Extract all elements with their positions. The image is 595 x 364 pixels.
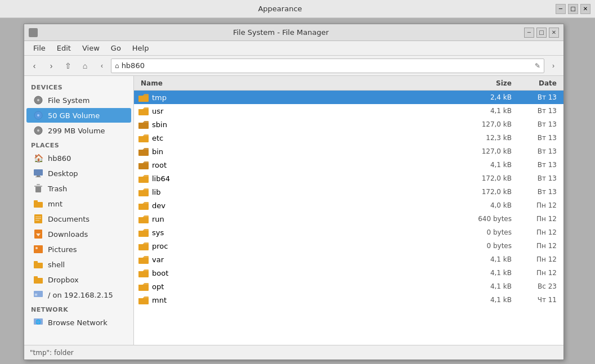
- folder-icon: [138, 147, 149, 156]
- sidebar-mnt-label: mnt: [48, 200, 62, 208]
- sidebar-downloads-label: Downloads: [48, 230, 88, 239]
- folder-icon: [138, 93, 149, 102]
- pictures-icon: [33, 244, 43, 254]
- forward-button[interactable]: ›: [43, 58, 59, 74]
- folder-icon: [138, 161, 149, 169]
- folder-icon: [138, 255, 149, 264]
- table-row[interactable]: usr 4,1 kB Вт 13: [134, 104, 563, 118]
- app-icon: [29, 28, 38, 37]
- sidebar-item-pictures[interactable]: Pictures: [26, 242, 131, 257]
- top-bar-maximize[interactable]: □: [568, 4, 578, 14]
- folder-icon: [138, 174, 149, 183]
- menu-help[interactable]: Help: [128, 43, 154, 53]
- window-minimize-btn[interactable]: −: [524, 28, 534, 38]
- menu-view[interactable]: View: [78, 43, 104, 53]
- table-row[interactable]: lib 172,0 kB Вт 13: [134, 185, 563, 199]
- next-location-button[interactable]: ›: [545, 58, 561, 74]
- sidebar-item-dropbox[interactable]: Dropbox: [26, 272, 131, 287]
- file-size: 4,1 kB: [460, 296, 516, 304]
- sidebar-50gb-label: 50 GB Volume: [48, 111, 100, 120]
- file-date: Вт 13: [516, 107, 561, 115]
- column-name[interactable]: Name: [136, 79, 460, 87]
- file-date: Вт 13: [516, 93, 561, 101]
- file-name: proc: [136, 242, 460, 250]
- downloads-icon: [33, 229, 43, 239]
- sidebar-item-299mb[interactable]: 299 MB Volume: [26, 123, 131, 138]
- hb860-icon: 🏠: [33, 153, 43, 163]
- prev-location-button[interactable]: ‹: [94, 58, 110, 74]
- column-date[interactable]: Date: [516, 79, 561, 87]
- table-row[interactable]: sbin 127,0 kB Вт 13: [134, 118, 563, 131]
- top-bar-minimize[interactable]: −: [556, 4, 566, 14]
- window-maximize-btn[interactable]: □: [536, 28, 547, 38]
- address-edit-button[interactable]: ✎: [535, 62, 540, 70]
- folder-icon: [138, 201, 149, 210]
- sidebar-item-mnt[interactable]: mnt: [26, 196, 131, 211]
- folder-icon: [138, 120, 149, 129]
- toolbar: ‹ › ⇧ ⌂ ‹ ⌂ hb860 ✎ ›: [24, 56, 563, 76]
- file-name: etc: [136, 134, 460, 142]
- folder-icon: [138, 228, 149, 237]
- shell-icon: [33, 259, 43, 269]
- svg-point-3: [37, 114, 39, 116]
- sidebar-item-documents[interactable]: Documents: [26, 212, 131, 226]
- file-date: Пн 12: [516, 255, 561, 263]
- table-row[interactable]: run 640 bytes Пн 12: [134, 212, 563, 226]
- menu-go[interactable]: Go: [106, 43, 126, 53]
- sidebar-item-downloads[interactable]: Downloads: [26, 227, 131, 241]
- sidebar-item-browse-network[interactable]: 🌐 Browse Network: [26, 315, 131, 330]
- table-row[interactable]: boot 4,1 kB Пн 12: [134, 266, 563, 280]
- file-list-header: Name Size Date: [134, 76, 563, 91]
- svg-rect-7: [37, 176, 40, 177]
- table-row[interactable]: tmp 2,4 kB Вт 13: [134, 91, 563, 104]
- table-row[interactable]: lib64 172,0 kB Вт 13: [134, 172, 563, 185]
- column-size[interactable]: Size: [460, 79, 516, 87]
- svg-point-1: [37, 99, 39, 101]
- table-row[interactable]: mnt 4,1 kB Чт 11: [134, 293, 563, 307]
- file-name: tmp: [136, 93, 460, 102]
- trash-icon: [33, 183, 43, 194]
- menu-edit[interactable]: Edit: [52, 43, 75, 53]
- sidebar-item-trash[interactable]: Trash: [26, 181, 131, 196]
- table-row[interactable]: root 4,1 kB Вт 13: [134, 158, 563, 172]
- file-size: 2,4 kB: [460, 93, 516, 101]
- menu-file[interactable]: File: [29, 43, 50, 53]
- status-bar: "tmp": folder: [24, 345, 563, 359]
- window-close-btn[interactable]: ✕: [549, 28, 559, 38]
- table-row[interactable]: proc 0 bytes Пн 12: [134, 239, 563, 253]
- sidebar-shell-label: shell: [48, 260, 65, 269]
- file-date: Вт 13: [516, 134, 561, 142]
- file-size: 4,1 kB: [460, 282, 516, 290]
- table-row[interactable]: var 4,1 kB Пн 12: [134, 253, 563, 266]
- folder-icon: [138, 134, 149, 142]
- top-bar-close[interactable]: ✕: [580, 4, 590, 14]
- svg-rect-11: [37, 184, 40, 185]
- sidebar-item-hb860[interactable]: 🏠 hb860: [26, 151, 131, 165]
- svg-rect-18: [34, 245, 43, 253]
- home-button[interactable]: ⌂: [77, 58, 93, 74]
- sidebar-item-shell[interactable]: shell: [26, 257, 131, 272]
- up-button[interactable]: ⇧: [60, 58, 76, 74]
- file-date: Чт 11: [516, 296, 561, 304]
- svg-rect-6: [34, 169, 43, 176]
- address-text: hb860: [122, 61, 145, 70]
- table-row[interactable]: dev 4,0 kB Пн 12: [134, 199, 563, 212]
- sidebar-item-filesystem[interactable]: File System: [26, 93, 131, 107]
- back-button[interactable]: ‹: [26, 58, 42, 74]
- devices-section-title: DEVICES: [24, 80, 133, 92]
- sidebar-filesystem-label: File System: [48, 96, 90, 105]
- table-row[interactable]: opt 4,1 kB Вс 23: [134, 280, 563, 293]
- sidebar-item-desktop[interactable]: Desktop: [26, 166, 131, 181]
- 299mb-icon: [33, 125, 43, 136]
- table-row[interactable]: sys 0 bytes Пн 12: [134, 226, 563, 239]
- table-row[interactable]: etc 12,3 kB Вт 13: [134, 131, 563, 145]
- file-size: 127,0 kB: [460, 147, 516, 155]
- folder-icon: [138, 269, 149, 277]
- sidebar-item-50gb[interactable]: 50 GB Volume: [26, 108, 131, 123]
- table-row[interactable]: bin 127,0 kB Вт 13: [134, 145, 563, 158]
- sidebar-item-network-share[interactable]: ≡ / on 192.168.2.15: [26, 287, 131, 302]
- file-list-container: Name Size Date tmp 2,4 kB Вт 13: [134, 76, 563, 345]
- sidebar: DEVICES File System 50 GB Vol: [24, 76, 134, 345]
- file-name: mnt: [136, 296, 460, 304]
- file-date: Пн 12: [516, 269, 561, 277]
